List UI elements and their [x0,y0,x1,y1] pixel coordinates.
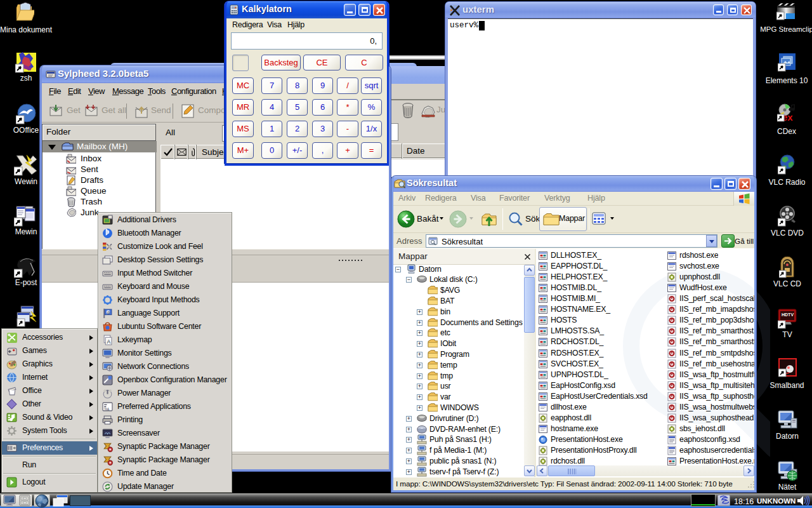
svg-text:HDTV: HDTV [782,312,794,317]
svg-text:%&: %& [104,407,109,411]
svg-text:@: @ [107,311,110,314]
svg-text:A: A [107,338,110,345]
